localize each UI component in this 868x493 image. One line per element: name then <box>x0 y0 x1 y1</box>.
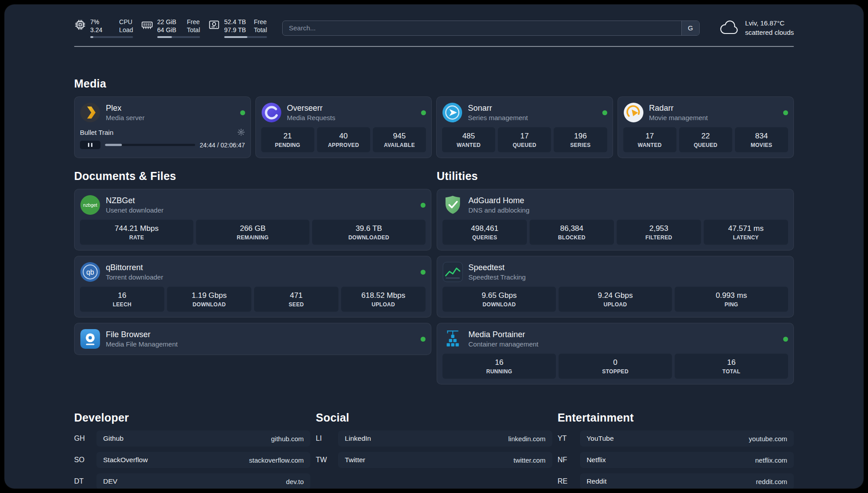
app-card-radarr: Radarr Movie management 17 WANTED 22 QUE… <box>618 96 794 158</box>
app-name: Overseerr <box>287 104 335 113</box>
bookmark-dev[interactable]: DT DEV dev.to <box>74 473 310 489</box>
bookmark-youtube[interactable]: YT YouTube youtube.com <box>558 430 794 447</box>
app-card-plex: Plex Media server Bullet Train <box>74 96 251 158</box>
now-playing-title: Bullet Train <box>80 129 113 136</box>
app-name: File Browser <box>106 330 178 339</box>
bookmark-twitter[interactable]: TW Twitter twitter.com <box>316 452 552 468</box>
status-dot <box>421 337 426 342</box>
stat-label: QUEUED <box>682 142 730 148</box>
stat-value: 16 <box>83 291 162 300</box>
radarr-link[interactable]: Radarr Movie management <box>623 102 789 123</box>
app-card-overseerr: Overseerr Media Requests 21 PENDING 40 A… <box>255 96 432 158</box>
ram-free-value: 22 GiB <box>157 18 176 26</box>
qbittorrent-link[interactable]: qb qBittorrent Torrent downloader <box>80 262 426 282</box>
stat-label: UPLOAD <box>344 301 423 308</box>
topbar: 7% 3.24 CPU Load <box>74 18 794 38</box>
bookmark-netflix[interactable]: NF Netflix netflix.com <box>558 452 794 468</box>
app-card-speedtest: Speedtest Speedtest Tracking 9.65 Gbps D… <box>437 256 794 318</box>
stat-tile: 22 QUEUED <box>679 127 732 152</box>
stat-label: LATENCY <box>706 234 785 241</box>
netflix-abbr-icon: NF <box>558 456 576 464</box>
plex-link[interactable]: Plex Media server <box>80 102 245 123</box>
weather-location-temp: Lviv, 16.87°C <box>745 19 794 28</box>
sonarr-link[interactable]: Sonarr Series management <box>442 102 607 123</box>
speedtest-link[interactable]: Speedtest Speedtest Tracking <box>442 262 788 282</box>
app-subtitle: Media server <box>106 114 145 121</box>
stat-value: 47.571 ms <box>706 224 785 233</box>
app-name: Plex <box>106 104 145 113</box>
stat-value: 196 <box>556 132 604 141</box>
bookmark-url: reddit.com <box>756 478 787 485</box>
bookmark-github[interactable]: GH Github github.com <box>74 430 310 447</box>
search-engine-button[interactable]: G <box>681 21 699 35</box>
stat-tile: 2,953 FILTERED <box>617 220 701 245</box>
cloud-icon <box>719 21 740 35</box>
reddit-abbr-icon: RE <box>558 477 576 485</box>
stat-label: RUNNING <box>445 368 553 375</box>
stat-tile: 834 MOVIES <box>735 127 788 152</box>
pause-button[interactable] <box>80 141 100 149</box>
stat-tile: 1.19 Gbps DOWNLOAD <box>167 287 251 312</box>
stackoverflow-abbr-icon: SO <box>74 456 92 464</box>
nzbget-link[interactable]: nzbget NZBGet Usenet downloader <box>80 195 426 215</box>
bookmark-url: dev.to <box>286 478 304 485</box>
ram-widget: 22 GiB 64 GiB Free Total <box>141 18 200 38</box>
stat-label: QUEUED <box>501 142 548 148</box>
bookmark-reddit[interactable]: RE Reddit reddit.com <box>558 473 794 489</box>
stat-value: 21 <box>264 132 312 141</box>
stat-tile: 196 SERIES <box>554 127 607 152</box>
gear-icon[interactable] <box>237 128 245 136</box>
section-title-media: Media <box>74 77 794 90</box>
stat-value: 834 <box>738 132 785 141</box>
cpu-widget: 7% 3.24 CPU Load <box>74 18 133 38</box>
portainer-link[interactable]: Media Portainer Container management <box>442 329 788 349</box>
disk-total-value: 97.9 TB <box>224 26 246 34</box>
status-dot <box>783 110 788 115</box>
bookmark-name: DEV <box>103 477 117 485</box>
stat-value: 471 <box>257 291 336 300</box>
stat-label: TOTAL <box>677 368 785 375</box>
nzbget-icon: nzbget <box>80 195 100 215</box>
bookmark-name: LinkedIn <box>345 435 371 443</box>
stat-label: AVAILABLE <box>376 142 423 148</box>
app-card-sonarr: Sonarr Series management 485 WANTED 17 Q… <box>436 96 613 158</box>
bookmark-stackoverflow[interactable]: SO StackOverflow stackoverflow.com <box>74 452 310 468</box>
stat-label: MOVIES <box>738 142 785 148</box>
stat-tile: 17 WANTED <box>623 127 676 152</box>
bookmark-linkedin[interactable]: LI LinkedIn linkedin.com <box>316 430 552 447</box>
app-card-nzbget: nzbget NZBGet Usenet downloader 744.21 M… <box>74 189 431 251</box>
playback-progress-bar[interactable] <box>105 144 195 146</box>
stat-tile: 471 SEED <box>254 287 338 312</box>
bookmark-name: Github <box>103 435 124 443</box>
search-input[interactable] <box>283 21 681 35</box>
filebrowser-link[interactable]: File Browser Media File Management <box>80 329 426 349</box>
filebrowser-icon <box>80 329 100 349</box>
bookmark-name: Reddit <box>587 477 607 485</box>
stat-tile: 945 AVAILABLE <box>373 127 426 152</box>
app-card-portainer: Media Portainer Container management 16 … <box>437 323 794 384</box>
bookmark-name: Twitter <box>345 456 365 464</box>
disk-free-value: 52.4 TB <box>224 18 246 26</box>
adguard-link[interactable]: AdGuard Home DNS and adblocking <box>442 195 788 215</box>
twitter-abbr-icon: TW <box>316 456 334 464</box>
stat-value: 40 <box>320 132 367 141</box>
weather-condition: scattered clouds <box>745 28 794 37</box>
stat-tile: 744.21 Mbps RATE <box>80 220 193 245</box>
bookmark-group-social: Social LI LinkedIn linkedin.com TW Twitt… <box>316 411 552 489</box>
radarr-icon <box>623 102 644 123</box>
plex-icon <box>80 102 100 123</box>
stat-value: 16 <box>677 358 785 367</box>
stat-tile: 266 GB REMAINING <box>196 220 309 245</box>
topbar-divider <box>74 46 794 47</box>
system-stats: 7% 3.24 CPU Load <box>74 18 267 38</box>
overseerr-link[interactable]: Overseerr Media Requests <box>261 102 426 123</box>
playback-time: 24:44 / 02:06:47 <box>200 142 245 149</box>
app-subtitle: Series management <box>468 114 528 121</box>
stat-value: 17 <box>501 132 548 141</box>
section-title-documents: Documents & Files <box>74 170 431 183</box>
stat-tile: 0.993 ms PING <box>675 287 788 312</box>
bookmark-url: twitter.com <box>513 456 546 464</box>
stat-value: 16 <box>445 358 553 367</box>
stat-label: FILTERED <box>619 234 698 241</box>
stat-tile: 16 LEECH <box>80 287 164 312</box>
